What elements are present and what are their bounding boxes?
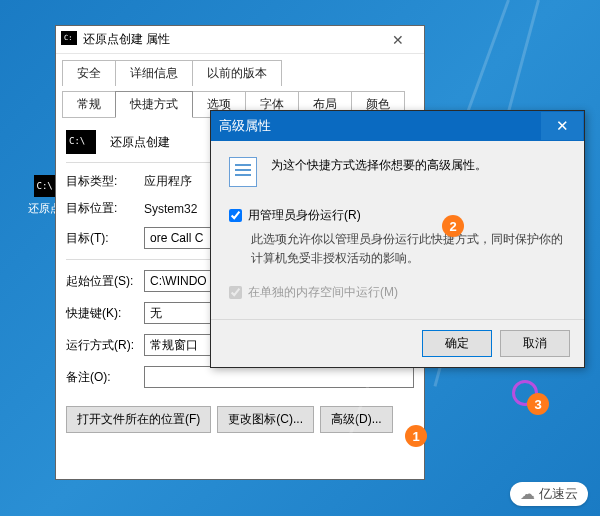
tab-previous-versions[interactable]: 以前的版本 — [192, 60, 282, 86]
run-as-admin-checkbox[interactable] — [229, 209, 242, 222]
advanced-properties-dialog: 高级属性 ✕ 为这个快捷方式选择你想要的高级属性。 用管理员身份运行(R) 此选… — [210, 110, 585, 368]
dialog-titlebar: 高级属性 ✕ — [211, 111, 584, 141]
target-location-label: 目标位置: — [66, 200, 144, 217]
watermark: ☁ 亿速云 — [510, 482, 588, 506]
dialog-intro-text: 为这个快捷方式选择你想要的高级属性。 — [271, 157, 487, 174]
tab-general[interactable]: 常规 — [62, 91, 116, 117]
run-as-admin-label: 用管理员身份运行(R) — [248, 207, 361, 224]
callout-1: 1 — [405, 425, 427, 447]
target-type-value: 应用程序 — [144, 173, 192, 190]
advanced-button[interactable]: 高级(D)... — [320, 406, 393, 433]
target-type-label: 目标类型: — [66, 173, 144, 190]
startin-label: 起始位置(S): — [66, 273, 144, 290]
tab-shortcut[interactable]: 快捷方式 — [115, 91, 193, 118]
shortcut-key-label: 快捷键(K): — [66, 305, 144, 322]
close-button[interactable]: ✕ — [377, 27, 419, 53]
target-label: 目标(T): — [66, 230, 144, 247]
callout-3: 3 — [527, 393, 549, 415]
bottom-button-row: 打开文件所在的位置(F) 更改图标(C)... 高级(D)... — [66, 406, 414, 433]
run-as-admin-row[interactable]: 用管理员身份运行(R) — [229, 207, 566, 224]
callout-2: 2 — [442, 215, 464, 237]
dialog-title: 高级属性 — [219, 117, 271, 135]
cloud-icon: ☁ — [520, 485, 535, 503]
dialog-close-button[interactable]: ✕ — [541, 112, 583, 140]
run-mode-label: 运行方式(R): — [66, 337, 144, 354]
cancel-button[interactable]: 取消 — [500, 330, 570, 357]
change-icon-button[interactable]: 更改图标(C)... — [217, 406, 314, 433]
dialog-intro-row: 为这个快捷方式选择你想要的高级属性。 — [229, 157, 566, 187]
window-title: 还原点创建 属性 — [83, 31, 170, 48]
tab-details[interactable]: 详细信息 — [115, 60, 193, 86]
cmd-icon: C: — [61, 31, 77, 45]
watermark-text: 亿速云 — [539, 485, 578, 503]
comment-label: 备注(O): — [66, 369, 144, 386]
titlebar: C: 还原点创建 属性 ✕ — [56, 26, 424, 54]
app-name-label: 还原点创建 — [110, 134, 170, 151]
separate-memory-label: 在单独的内存空间中运行(M) — [248, 284, 398, 301]
run-as-admin-description: 此选项允许你以管理员身份运行此快捷方式，同时保护你的计算机免受非授权活动的影响。 — [251, 230, 566, 268]
tabs-row-1: 安全 详细信息 以前的版本 — [56, 54, 424, 86]
open-file-location-button[interactable]: 打开文件所在的位置(F) — [66, 406, 211, 433]
tab-security[interactable]: 安全 — [62, 60, 116, 86]
comment-input[interactable] — [144, 366, 414, 388]
dialog-footer: 确定 取消 — [211, 319, 584, 367]
ok-button[interactable]: 确定 — [422, 330, 492, 357]
cmd-icon: C:\ — [66, 130, 96, 154]
comment-row: 备注(O): — [66, 366, 414, 388]
document-icon — [229, 157, 257, 187]
separate-memory-checkbox — [229, 286, 242, 299]
target-location-value: System32 — [144, 202, 197, 216]
separate-memory-row: 在单独的内存空间中运行(M) — [229, 284, 566, 301]
